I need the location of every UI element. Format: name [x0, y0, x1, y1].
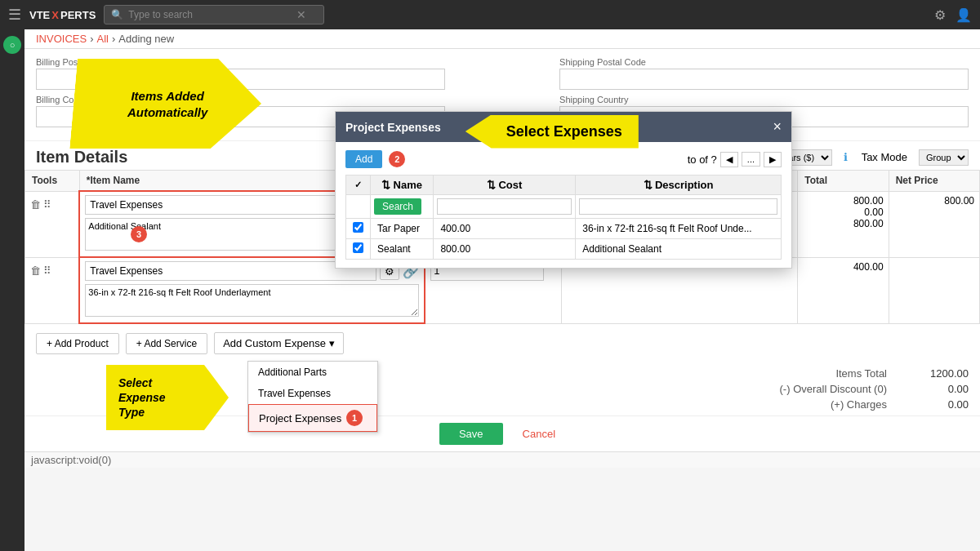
sort-desc-icon: ⇅ [644, 179, 653, 191]
modal-col-cost: ⇅ Cost [434, 176, 576, 195]
breadcrumb-all[interactable]: All [96, 33, 108, 45]
step-1-badge: 1 [346, 410, 363, 426]
modal-close-button[interactable]: × [773, 118, 782, 136]
desc-tar-paper: 36-in x 72-ft 216-sq ft Felt Roof Unde..… [576, 219, 782, 239]
check-sealant[interactable] [346, 239, 371, 260]
search-clear-icon[interactable]: ✕ [296, 8, 306, 21]
name-tar-paper: Tar Paper [371, 219, 434, 239]
check-tar-paper[interactable] [346, 219, 371, 239]
add-service-button[interactable]: + Add Service [126, 333, 207, 354]
more-page-button[interactable]: ... [742, 152, 760, 167]
items-total-label: Items Total [756, 367, 887, 380]
modal-title: Project Expenses [345, 121, 441, 134]
shipping-postal-group: Shipping Postal Code [559, 57, 969, 90]
sort-cost-icon: ⇅ [487, 179, 496, 191]
custom-expense-label: Add Custom Expense [223, 337, 326, 349]
search-input[interactable] [128, 9, 292, 20]
search-check-cell [346, 195, 371, 219]
settings-icon[interactable]: ⚙ [934, 7, 946, 23]
logo: VTEXPERTS [29, 9, 96, 21]
select-expenses-callout: Select Expenses [466, 115, 639, 149]
subtotal2-1: 800.00 [803, 218, 883, 229]
statusbar: javascript:void(0) [24, 451, 980, 468]
modal-add-button[interactable]: Add [345, 150, 382, 168]
search-name-cell: Search [371, 195, 434, 219]
tools-cell-1: 🗑 ⠿ [25, 191, 80, 257]
item-name-input-1[interactable] [85, 195, 376, 215]
total-value-1: 800.00 [803, 195, 883, 207]
tools-cell-2: 🗑 ⠿ [25, 257, 80, 323]
delete-icon-2[interactable]: 🗑 [30, 264, 41, 277]
tax-mode-label: Tax Mode [862, 151, 907, 163]
net-price-cell-2 [889, 257, 979, 323]
user-icon[interactable]: 👤 [956, 7, 972, 23]
name-sealant: Sealant [371, 239, 434, 260]
item-details-title: Item Details [36, 148, 127, 167]
cancel-button[interactable]: Cancel [513, 423, 565, 445]
logo-x: X [51, 9, 59, 21]
search-desc-input[interactable] [579, 198, 777, 215]
step-2-badge: 2 [389, 151, 405, 167]
logo-perts: PERTS [60, 9, 96, 21]
select-expenses-text: Select Expenses [506, 123, 622, 140]
item-name-input-2[interactable] [85, 261, 376, 281]
desc-sealant: Additional Sealant [576, 239, 782, 260]
modal-table: ✓ ⇅ Name ⇅ Cost ⇅ Description [345, 175, 782, 260]
next-page-button[interactable]: ▶ [764, 152, 782, 167]
modal-row-tar-paper: Tar Paper 400.00 36-in x 72-ft 216-sq ft… [346, 219, 782, 239]
item-textarea-2[interactable]: 36-in x 72-ft 216-sq ft Felt Roof Underl… [85, 284, 419, 317]
sidebar-active-btn[interactable]: ○ [3, 36, 21, 54]
search-cost-input[interactable] [437, 198, 572, 215]
modal-header: Project Expenses Select Expenses × [336, 112, 791, 142]
breadcrumb: INVOICES › All › Adding new [24, 29, 980, 49]
shipping-country-label: Shipping Country [559, 95, 969, 104]
hamburger-icon[interactable]: ☰ [8, 6, 21, 24]
shipping-postal-input[interactable] [559, 69, 969, 90]
step-3-badge: 3 [131, 226, 147, 242]
add-product-button[interactable]: + Add Product [36, 333, 119, 354]
tax-mode-select[interactable]: Group [919, 149, 969, 166]
add-custom-expense-button[interactable]: Add Custom Expense ▾ [214, 332, 344, 354]
charges-label: (+) Charges [756, 398, 887, 411]
checkbox-sealant[interactable] [353, 242, 363, 253]
dropdown-item-travel-expenses[interactable]: Travel Expenses [248, 383, 377, 404]
bottom-actions: + Add Product + Add Service Add Custom E… [24, 324, 980, 362]
statusbar-text: javascript:void(0) [31, 454, 111, 466]
search-bar: 🔍 ✕ [104, 5, 324, 24]
select-expense-type-callout: SelectExpenseType [106, 365, 229, 430]
dropdown-item-additional-parts[interactable]: Additional Parts [248, 362, 377, 383]
modal-body: Add 2 to of ? ◀ ... ▶ ✓ ⇅ [336, 142, 791, 268]
breadcrumb-module[interactable]: INVOICES [36, 33, 87, 45]
modal-col-check: ✓ [346, 176, 371, 195]
cost-sealant: 800.00 [434, 239, 576, 260]
save-button[interactable]: Save [439, 423, 503, 445]
drag-icon-2[interactable]: ⠿ [43, 264, 51, 277]
modal-pagination: to of ? ◀ ... ▶ [688, 152, 782, 167]
prev-page-button[interactable]: ◀ [720, 152, 738, 167]
checkbox-tar-paper[interactable] [353, 222, 363, 233]
topbar: ☰ VTEXPERTS 🔍 ✕ ⚙ 👤 [0, 0, 980, 29]
tax-mode-info-icon: ℹ [844, 151, 848, 163]
items-total-value: 1200.00 [903, 367, 969, 380]
modal-col-name: ⇅ Name [371, 176, 434, 195]
modal-search-button[interactable]: Search [374, 198, 421, 215]
sidebar: ○ [0, 29, 24, 551]
dropdown-caret-icon: ▾ [329, 337, 335, 349]
project-expenses-modal: Project Expenses Select Expenses × Add 2… [335, 111, 792, 269]
col-tools: Tools [25, 171, 80, 192]
search-icon: 🔍 [111, 9, 123, 20]
dropdown-item-project-expenses[interactable]: Project Expenses 1 [248, 404, 377, 432]
sort-name-icon: ⇅ [381, 179, 390, 191]
total-cell-2: 400.00 [798, 257, 889, 323]
col-net-price: Net Price [889, 171, 979, 192]
topbar-right: ⚙ 👤 [934, 7, 972, 23]
logo-vt: VTE [29, 9, 50, 21]
search-desc-cell [576, 195, 782, 219]
delete-icon-1[interactable]: 🗑 [30, 198, 41, 211]
modal-row-sealant: Sealant 800.00 Additional Sealant [346, 239, 782, 260]
breadcrumb-sep1: › [90, 33, 93, 45]
drag-icon-1[interactable]: ⠿ [43, 198, 51, 211]
page-info: to of ? [688, 153, 717, 166]
search-cost-cell [434, 195, 576, 219]
total-value-2: 400.00 [803, 261, 883, 273]
